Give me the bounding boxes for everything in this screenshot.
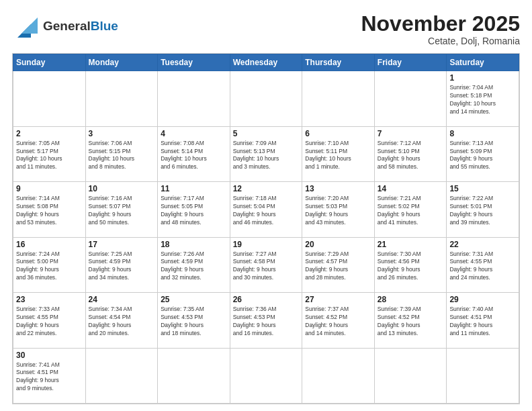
day-cell: 26Sunrise: 7:36 AMSunset: 4:53 PMDayligh… xyxy=(230,293,302,348)
page: GeneralBlue November 2025 Cetate, Dolj, … xyxy=(0,0,532,411)
day-cell: 23Sunrise: 7:33 AMSunset: 4:55 PMDayligh… xyxy=(13,293,86,348)
day-number: 11 xyxy=(161,184,227,193)
day-info: Sunrise: 7:24 AMSunset: 5:00 PMDaylight:… xyxy=(16,250,83,283)
day-info: Sunrise: 7:22 AMSunset: 5:01 PMDaylight:… xyxy=(449,195,516,227)
day-cell: 17Sunrise: 7:25 AMSunset: 4:59 PMDayligh… xyxy=(85,237,158,292)
day-info: Sunrise: 7:33 AMSunset: 4:55 PMDaylight:… xyxy=(16,306,83,338)
day-cell: 30Sunrise: 7:41 AMSunset: 4:51 PMDayligh… xyxy=(13,348,86,403)
day-cell: 11Sunrise: 7:17 AMSunset: 5:05 PMDayligh… xyxy=(158,182,230,237)
header-saturday: Saturday xyxy=(447,54,519,71)
day-cell: 12Sunrise: 7:18 AMSunset: 5:04 PMDayligh… xyxy=(230,182,302,237)
header-sunday: Sunday xyxy=(13,54,86,71)
day-cell xyxy=(158,71,230,126)
header-tuesday: Tuesday xyxy=(158,54,230,71)
day-number: 16 xyxy=(16,240,83,249)
day-number: 27 xyxy=(305,295,371,304)
day-cell xyxy=(85,348,158,403)
day-cell: 18Sunrise: 7:26 AMSunset: 4:59 PMDayligh… xyxy=(158,237,230,292)
day-cell: 29Sunrise: 7:40 AMSunset: 4:51 PMDayligh… xyxy=(447,293,519,348)
day-info: Sunrise: 7:31 AMSunset: 4:55 PMDaylight:… xyxy=(449,250,516,283)
day-number: 2 xyxy=(16,129,83,138)
day-number: 29 xyxy=(449,295,516,304)
day-number: 9 xyxy=(16,184,83,193)
day-number: 5 xyxy=(233,129,300,138)
logo-general: General xyxy=(43,19,91,33)
day-cell: 10Sunrise: 7:16 AMSunset: 5:07 PMDayligh… xyxy=(85,182,158,237)
day-cell: 13Sunrise: 7:20 AMSunset: 5:03 PMDayligh… xyxy=(302,182,375,237)
day-cell: 14Sunrise: 7:21 AMSunset: 5:02 PMDayligh… xyxy=(374,182,447,237)
day-cell xyxy=(13,71,86,126)
day-info: Sunrise: 7:27 AMSunset: 4:58 PMDaylight:… xyxy=(233,250,300,283)
day-number: 15 xyxy=(449,184,516,193)
day-cell xyxy=(158,348,230,403)
day-cell: 19Sunrise: 7:27 AMSunset: 4:58 PMDayligh… xyxy=(230,237,302,292)
day-info: Sunrise: 7:30 AMSunset: 4:56 PMDaylight:… xyxy=(378,250,444,283)
day-cell: 15Sunrise: 7:22 AMSunset: 5:01 PMDayligh… xyxy=(447,182,519,237)
day-cell: 5Sunrise: 7:09 AMSunset: 5:13 PMDaylight… xyxy=(230,126,302,181)
calendar-week-0: 1Sunrise: 7:04 AMSunset: 5:18 PMDaylight… xyxy=(13,71,519,126)
day-cell: 27Sunrise: 7:37 AMSunset: 4:52 PMDayligh… xyxy=(302,293,375,348)
day-info: Sunrise: 7:41 AMSunset: 4:51 PMDaylight:… xyxy=(16,361,83,394)
day-info: Sunrise: 7:16 AMSunset: 5:07 PMDaylight:… xyxy=(89,195,155,227)
day-cell: 25Sunrise: 7:35 AMSunset: 4:53 PMDayligh… xyxy=(158,293,230,348)
day-number: 14 xyxy=(378,184,444,193)
header-wednesday: Wednesday xyxy=(230,54,302,71)
day-cell: 3Sunrise: 7:06 AMSunset: 5:15 PMDaylight… xyxy=(85,126,158,181)
day-cell xyxy=(230,348,302,403)
day-number: 3 xyxy=(89,129,155,138)
day-info: Sunrise: 7:21 AMSunset: 5:02 PMDaylight:… xyxy=(378,195,444,227)
day-info: Sunrise: 7:25 AMSunset: 4:59 PMDaylight:… xyxy=(89,250,155,283)
day-cell xyxy=(302,71,375,126)
day-info: Sunrise: 7:04 AMSunset: 5:18 PMDaylight:… xyxy=(449,84,516,116)
day-info: Sunrise: 7:36 AMSunset: 4:53 PMDaylight:… xyxy=(233,306,300,338)
day-number: 19 xyxy=(233,240,300,249)
day-info: Sunrise: 7:37 AMSunset: 4:52 PMDaylight:… xyxy=(305,306,371,338)
day-info: Sunrise: 7:17 AMSunset: 5:05 PMDaylight:… xyxy=(161,195,227,227)
day-cell: 24Sunrise: 7:34 AMSunset: 4:54 PMDayligh… xyxy=(85,293,158,348)
day-cell: 16Sunrise: 7:24 AMSunset: 5:00 PMDayligh… xyxy=(13,237,86,292)
month-title: November 2025 xyxy=(361,12,520,36)
day-info: Sunrise: 7:14 AMSunset: 5:08 PMDaylight:… xyxy=(16,195,83,227)
day-cell xyxy=(374,71,447,126)
day-info: Sunrise: 7:05 AMSunset: 5:17 PMDaylight:… xyxy=(16,140,83,172)
day-number: 10 xyxy=(89,184,155,193)
day-info: Sunrise: 7:39 AMSunset: 4:52 PMDaylight:… xyxy=(378,306,444,338)
day-number: 7 xyxy=(378,129,444,138)
day-info: Sunrise: 7:20 AMSunset: 5:03 PMDaylight:… xyxy=(305,195,371,227)
calendar-week-2: 9Sunrise: 7:14 AMSunset: 5:08 PMDaylight… xyxy=(13,182,519,237)
calendar-table: Sunday Monday Tuesday Wednesday Thursday… xyxy=(13,54,519,404)
day-number: 24 xyxy=(89,295,155,304)
calendar-week-3: 16Sunrise: 7:24 AMSunset: 5:00 PMDayligh… xyxy=(13,237,519,292)
day-number: 6 xyxy=(305,129,371,138)
calendar-week-4: 23Sunrise: 7:33 AMSunset: 4:55 PMDayligh… xyxy=(13,293,519,348)
day-number: 22 xyxy=(449,240,516,249)
day-cell xyxy=(85,71,158,126)
header-monday: Monday xyxy=(85,54,158,71)
day-cell xyxy=(447,348,519,403)
day-number: 17 xyxy=(89,240,155,249)
day-number: 30 xyxy=(16,351,83,360)
logo-text: GeneralBlue xyxy=(43,19,118,34)
day-info: Sunrise: 7:12 AMSunset: 5:10 PMDaylight:… xyxy=(378,140,444,172)
header-thursday: Thursday xyxy=(302,54,375,71)
header-friday: Friday xyxy=(374,54,447,71)
calendar: Sunday Monday Tuesday Wednesday Thursday… xyxy=(12,53,520,404)
day-number: 4 xyxy=(161,129,227,138)
day-cell: 20Sunrise: 7:29 AMSunset: 4:57 PMDayligh… xyxy=(302,237,375,292)
day-info: Sunrise: 7:29 AMSunset: 4:57 PMDaylight:… xyxy=(305,250,371,283)
title-block: November 2025 Cetate, Dolj, Romania xyxy=(361,12,520,46)
day-info: Sunrise: 7:09 AMSunset: 5:13 PMDaylight:… xyxy=(233,140,300,172)
day-number: 1 xyxy=(449,73,516,83)
day-cell: 28Sunrise: 7:39 AMSunset: 4:52 PMDayligh… xyxy=(374,293,447,348)
calendar-week-5: 30Sunrise: 7:41 AMSunset: 4:51 PMDayligh… xyxy=(13,348,519,403)
day-cell: 6Sunrise: 7:10 AMSunset: 5:11 PMDaylight… xyxy=(302,126,375,181)
day-info: Sunrise: 7:35 AMSunset: 4:53 PMDaylight:… xyxy=(161,306,227,338)
logo-icon xyxy=(12,12,40,40)
day-number: 21 xyxy=(378,240,444,249)
day-info: Sunrise: 7:18 AMSunset: 5:04 PMDaylight:… xyxy=(233,195,300,227)
weekday-header-row: Sunday Monday Tuesday Wednesday Thursday… xyxy=(13,54,519,71)
day-number: 23 xyxy=(16,295,83,304)
day-info: Sunrise: 7:13 AMSunset: 5:09 PMDaylight:… xyxy=(449,140,516,172)
day-info: Sunrise: 7:08 AMSunset: 5:14 PMDaylight:… xyxy=(161,140,227,172)
day-number: 20 xyxy=(305,240,371,249)
